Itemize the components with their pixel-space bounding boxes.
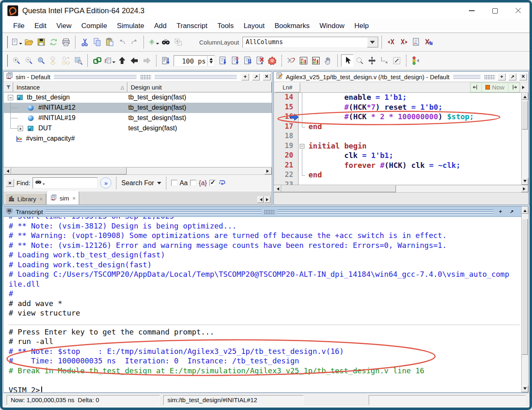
drop-mode-icon[interactable] (378, 54, 391, 67)
combobox-dropdown-button[interactable] (367, 37, 378, 47)
tab-library[interactable]: Library (5, 193, 46, 205)
find-icon[interactable] (160, 36, 172, 48)
view-declaration-icon[interactable] (104, 54, 116, 67)
tab-scroll-left-button[interactable] (257, 196, 264, 203)
source-vertical-scrollbar[interactable] (521, 93, 528, 185)
tab-close-icon[interactable] (73, 195, 76, 201)
scroll-thumb[interactable] (522, 219, 528, 355)
menu-item-layout[interactable]: Layout (239, 21, 270, 31)
break-icon[interactable] (254, 54, 266, 67)
menu-item-transcript[interactable]: Transcript (172, 21, 212, 31)
scroll-thumb[interactable] (281, 185, 396, 192)
run-length-spinner[interactable]: 100 ps (174, 55, 215, 66)
memory-profile-icon[interactable]: M (310, 54, 322, 67)
wrap-search-checkbox[interactable] (210, 180, 216, 186)
panel-undock-button[interactable] (252, 73, 260, 80)
collapse-icon[interactable]: − (8, 95, 13, 100)
scroll-up-button[interactable] (522, 207, 528, 214)
trace-mode-icon[interactable] (410, 54, 422, 67)
restart-icon[interactable] (160, 54, 172, 67)
step-forward-icon[interactable] (141, 54, 153, 67)
tab-scroll-right-button[interactable] (264, 196, 271, 203)
column-header-instance[interactable]: Instance △ (13, 82, 127, 92)
panel-add-button[interactable] (498, 73, 506, 80)
zoom-full-icon[interactable] (35, 54, 47, 67)
column-layout-combobox[interactable]: AllColumns (242, 37, 379, 48)
panel-undock-button[interactable] (508, 208, 516, 215)
copy-icon[interactable] (91, 36, 104, 48)
search-for-dropdown[interactable]: Search For (121, 179, 161, 187)
filter-funnel-icon[interactable] (4, 82, 13, 92)
panel-add-button[interactable] (497, 208, 504, 215)
column-header-design-unit[interactable]: Design unit (127, 82, 272, 92)
scroll-right-button[interactable] (264, 167, 272, 174)
code-text[interactable]: enable = 1'b1; #(HCK*7) reset = 1'b0; #(… (306, 93, 521, 185)
compile-icon[interactable] (147, 36, 160, 48)
fold-margin[interactable]: − (299, 93, 306, 185)
menu-item-view[interactable]: View (52, 21, 77, 31)
performance-profile-icon[interactable]: P (297, 54, 310, 67)
tree-row-dut[interactable]: +DUTtest_design(fast) (4, 123, 272, 134)
new-document-icon[interactable] (10, 36, 23, 48)
line-number[interactable]: 14 (274, 93, 298, 103)
step-back-icon[interactable] (128, 54, 141, 67)
tab-sim[interactable]: sim (47, 191, 79, 205)
line-number-header[interactable]: Ln# (275, 82, 300, 92)
transcript-vertical-scrollbar[interactable] (521, 207, 528, 392)
scroll-up-button[interactable] (522, 93, 528, 100)
run-icon[interactable] (217, 54, 229, 67)
scroll-left-button[interactable] (274, 185, 281, 192)
tree-row-tb-test-design[interactable]: −tb_test_designtb_test_design(fast) (4, 92, 272, 103)
sim-panel-header[interactable]: sim - Default (4, 72, 272, 82)
line-number[interactable]: 16 (274, 112, 298, 122)
pointer-mode-icon[interactable] (341, 54, 353, 67)
panel-close-button[interactable] (263, 73, 271, 80)
zoom-out-icon[interactable] (23, 54, 35, 67)
open-file-icon[interactable] (23, 36, 35, 48)
line-number[interactable]: 20 (274, 151, 298, 161)
spin-up-button[interactable] (208, 56, 214, 61)
scroll-down-button[interactable] (522, 178, 528, 185)
maximize-button[interactable] (483, 2, 506, 19)
more-button[interactable] (520, 86, 527, 89)
cancel-all-icon[interactable] (422, 36, 435, 48)
link-icon[interactable] (91, 54, 104, 67)
print-icon[interactable] (60, 36, 72, 48)
menu-item-help[interactable]: Help (349, 21, 374, 31)
menu-item-compile[interactable]: Compile (76, 21, 112, 31)
tree-row--initial-12[interactable]: #INITIAL#12tb_test_design(fast) (4, 103, 272, 113)
zoom-other-icon[interactable] (72, 54, 85, 67)
line-number[interactable]: 15 (274, 103, 298, 113)
tree-row--initial-19[interactable]: #INITIAL#19tb_test_design(fast) (4, 113, 272, 123)
command-prompt[interactable]: VSIM 2> (9, 386, 520, 393)
menu-item-add[interactable]: Add (149, 21, 172, 31)
cancel-prev-icon[interactable] (385, 36, 398, 48)
find-input[interactable] (33, 177, 98, 189)
minimize-button[interactable] (460, 2, 483, 19)
menu-item-window[interactable]: Window (315, 21, 349, 31)
menu-item-simulate[interactable]: Simulate (112, 21, 149, 31)
pan-mode-icon[interactable] (366, 54, 378, 67)
panel-add-button[interactable] (241, 73, 249, 80)
paste-icon[interactable] (104, 36, 116, 48)
spin-down-button[interactable] (208, 61, 214, 66)
fold-collapse-icon[interactable]: − (300, 144, 304, 148)
transcript-log[interactable]: # Start time: 15:35:25 on Sep 22,2025# *… (4, 217, 528, 392)
line-number[interactable]: 22 (274, 170, 298, 180)
scroll-right-button[interactable] (521, 185, 528, 192)
regex-checkbox[interactable] (190, 180, 196, 186)
menu-item-edit[interactable]: Edit (29, 21, 51, 31)
line-number-gutter[interactable]: 14151617181920212223 (274, 93, 299, 185)
run-continue-icon[interactable] (229, 54, 241, 67)
match-case-checkbox[interactable] (171, 180, 177, 186)
source-horizontal-scrollbar[interactable] (274, 185, 528, 192)
now-button[interactable]: Now (482, 83, 508, 92)
scroll-thumb[interactable] (522, 101, 528, 130)
step-up-icon[interactable] (116, 54, 128, 67)
panel-close-button[interactable] (519, 73, 527, 80)
hand-icon[interactable] (322, 54, 334, 67)
save-icon[interactable] (35, 36, 47, 48)
tree-row--vsim-capacity-[interactable]: #vsim_capacity# (4, 134, 272, 144)
find-close-button[interactable] (6, 179, 14, 187)
scroll-down-button[interactable] (522, 385, 528, 392)
